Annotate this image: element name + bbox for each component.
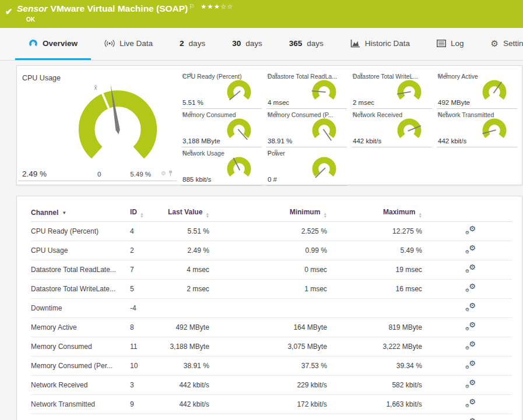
tab-historic-data[interactable]: Historic Data xyxy=(337,28,423,60)
gauge-tile-network-transmitted: Network Transmitted442 kbit/s⚙ xyxy=(437,109,517,147)
tab-2-days[interactable]: 2days xyxy=(166,28,219,60)
channel-settings-icon[interactable]: ⚙⚙ xyxy=(465,380,476,389)
cell-minimum: 164 MByte xyxy=(217,318,335,337)
column-header-id[interactable]: ID▲▼ xyxy=(130,204,168,222)
cell-channel: Network Transmitted xyxy=(31,395,130,414)
tab-settings[interactable]: ⚙Settings xyxy=(478,28,523,60)
channel-settings-icon[interactable]: ⚙⚙ xyxy=(465,284,476,292)
cell-last-value xyxy=(168,299,217,318)
sort-icon: ▲▼ xyxy=(418,213,422,218)
gauge-label: Power xyxy=(268,150,285,157)
pin-icon[interactable] xyxy=(168,168,173,179)
channel-settings-icon[interactable]: ⚙⚙ xyxy=(465,303,476,312)
cell-last-value: 38.91 % xyxy=(168,357,217,376)
cell-last-value: 2.49 % xyxy=(168,241,217,260)
gauge xyxy=(310,154,338,183)
cell-channel: Network Usage xyxy=(31,414,130,420)
table-row-memory-active: Memory Active8492 MByte164 MByte819 MByt… xyxy=(31,318,512,337)
cell-channel: Datastore Total ReadLate... xyxy=(31,260,130,280)
gauge xyxy=(29,38,38,48)
cell-minimum xyxy=(217,299,335,318)
gauge xyxy=(225,154,253,183)
cell-id: 10 xyxy=(130,357,168,376)
page-title-line: SensorVMware Virtual Machine (SOAP)⚐★★★☆… xyxy=(17,3,234,14)
cell-maximum: 12.275 % xyxy=(335,222,430,241)
tab-label: Overview xyxy=(43,39,78,48)
channels-table-body: CPU Ready (Percent)45.51 %2.525 %12.275 … xyxy=(31,222,512,420)
channel-settings-icon[interactable]: ⚙⚙ xyxy=(465,361,476,369)
sort-icon: ▲▼ xyxy=(205,213,209,218)
gauge-scale-max: 5.49 % xyxy=(130,171,151,178)
gauge-value: 2.49 % xyxy=(22,170,47,178)
historic-data-icon xyxy=(350,39,360,48)
cell-maximum: 819 MByte xyxy=(335,318,430,337)
cell-id: 2 xyxy=(130,241,168,260)
tab-number: 30 xyxy=(232,39,241,48)
channel-settings-icon[interactable]: ⚙⚙ xyxy=(465,399,476,408)
gauge-tile-memory-consumed: Memory Consumed3,188 MByte⚙ xyxy=(181,109,262,147)
table-row-memory-consumed: Memory Consumed113,188 MByte3,075 MByte3… xyxy=(31,337,512,357)
cell-id: 7 xyxy=(130,260,168,280)
channel-settings-icon[interactable]: ⚙⚙ xyxy=(465,322,476,331)
gauge-value: 492 MByte xyxy=(438,99,470,106)
cell-maximum: 1,663 kbit/s xyxy=(335,395,430,414)
cell-id: 8 xyxy=(130,318,168,337)
content-area: CPU Usage x̄ 2.49 % 0 5.49 % ⚙ CPU Ready… xyxy=(0,61,523,420)
cell-channel: Downtime xyxy=(31,299,130,318)
cell-minimum: 229 kbit/s xyxy=(217,376,335,395)
cell-last-value: 3,188 MByte xyxy=(168,337,217,357)
tab-30-days[interactable]: 30days xyxy=(219,28,276,60)
channel-settings-icon[interactable]: ⚙⚙ xyxy=(465,341,476,350)
flag-icon[interactable]: ⚐ xyxy=(189,3,195,10)
cell-id: 6 xyxy=(130,414,168,420)
channels-panel: Channel▼ ID▲▼ Last Value▲▼ Minimum▲▼ Max… xyxy=(16,196,522,420)
column-header-channel[interactable]: Channel▼ xyxy=(31,204,130,222)
tab-label: Historic Data xyxy=(365,39,410,48)
gauge xyxy=(395,115,423,144)
cell-minimum: 1 msec xyxy=(217,280,335,299)
gear-icon[interactable]: ⚙ xyxy=(161,171,166,177)
cell-maximum: 5.49 % xyxy=(335,241,430,260)
cell-minimum: 3,075 MByte xyxy=(217,337,335,357)
status-badge: OK xyxy=(26,16,35,23)
tab-label: days xyxy=(189,39,206,48)
tab-live-data[interactable]: Live Data xyxy=(91,28,166,60)
gauge xyxy=(480,77,508,106)
gauges-panel: CPU Usage x̄ 2.49 % 0 5.49 % ⚙ CPU Ready… xyxy=(16,65,522,185)
channel-settings-icon[interactable]: ⚙⚙ xyxy=(465,245,476,254)
table-row-downtime: Downtime-4⚙⚙ xyxy=(31,299,512,318)
gauge xyxy=(395,77,423,106)
cell-channel: CPU Ready (Percent) xyxy=(31,222,130,241)
log-icon xyxy=(437,40,446,47)
tab-365-days[interactable]: 365days xyxy=(276,28,337,60)
cell-last-value: 492 MByte xyxy=(168,318,217,337)
gauge-value: 0 # xyxy=(268,176,277,183)
priority-stars[interactable]: ★★★☆☆ xyxy=(201,3,234,10)
cell-id: 4 xyxy=(130,222,168,241)
cell-id: 11 xyxy=(130,337,168,357)
tab-number: 2 xyxy=(180,39,184,48)
gauge xyxy=(225,77,253,106)
channel-settings-icon[interactable]: ⚙⚙ xyxy=(465,264,476,273)
column-header-maximum[interactable]: Maximum▲▼ xyxy=(335,204,430,222)
gauge xyxy=(310,77,338,106)
cell-last-value: 4 msec xyxy=(168,260,217,280)
cell-last-value: 442 kbit/s xyxy=(168,395,217,414)
column-header-last-value[interactable]: Last Value▲▼ xyxy=(168,204,217,222)
tab-label: Live Data xyxy=(120,39,153,48)
cell-channel: Memory Consumed xyxy=(31,337,130,357)
gauge-tile-memory-active: Memory Active492 MByte⚙ xyxy=(437,70,517,109)
table-row-network-transmitted: Network Transmitted9442 kbit/s172 kbit/s… xyxy=(31,395,512,414)
channel-settings-icon[interactable]: ⚙⚙ xyxy=(465,226,476,235)
gauge-tile-cpu-usage: CPU Usage x̄ 2.49 % 0 5.49 % ⚙ xyxy=(18,70,177,181)
sensor-header: ✔ SensorVMware Virtual Machine (SOAP)⚐★★… xyxy=(0,0,523,28)
cell-maximum: 19 msec xyxy=(335,260,430,280)
tab-overview[interactable]: Overview xyxy=(15,28,91,60)
sort-desc-icon: ▼ xyxy=(62,210,66,216)
page-title: VMware Virtual Machine (SOAP) xyxy=(51,3,188,13)
column-header-minimum[interactable]: Minimum▲▼ xyxy=(217,204,335,222)
gauge-label: Memory Active xyxy=(438,73,478,80)
cell-minimum: 172 kbit/s xyxy=(217,395,335,414)
tab-log[interactable]: Log xyxy=(423,28,478,60)
gauge-value: 5.51 % xyxy=(182,99,203,106)
